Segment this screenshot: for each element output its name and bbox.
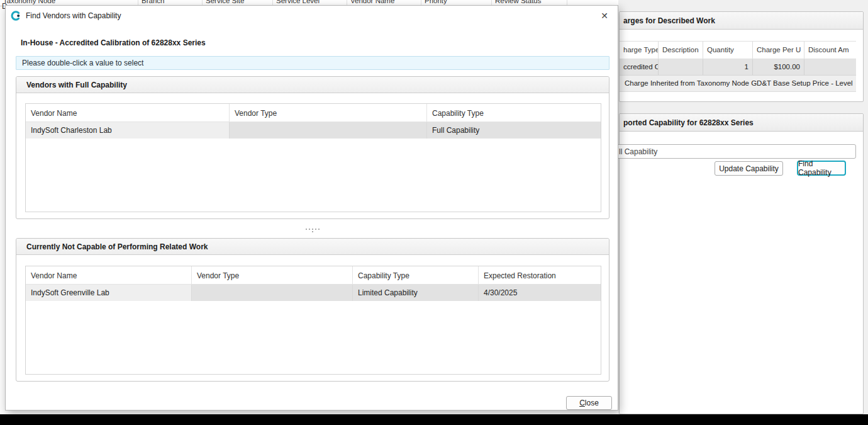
- charge-per-unit-cell: $100.00: [753, 59, 804, 75]
- column-header-vendor-type[interactable]: Vendor Type: [192, 266, 353, 284]
- dialog-titlebar[interactable]: Find Vendors with Capability ✕: [6, 6, 618, 26]
- capability-panel-header: ported Capability for 62828xx Series: [620, 114, 863, 132]
- not-capable-table-header: Vendor Name Vendor Type Capability Type …: [26, 266, 601, 285]
- charges-col-description[interactable]: Description: [659, 42, 703, 59]
- column-header-vendor-type[interactable]: Vendor Type: [230, 104, 427, 122]
- column-header-capability-type[interactable]: Capability Type: [427, 104, 601, 122]
- full-capability-groupbox-header: Vendors with Full Capability: [16, 77, 609, 93]
- charges-grid: harge Type Description Quantity Charge P…: [620, 41, 856, 92]
- close-icon[interactable]: ✕: [596, 8, 613, 23]
- app-icon: [11, 11, 21, 21]
- close-button[interactable]: Close: [566, 396, 612, 410]
- quantity-cell: 1: [703, 59, 753, 75]
- vendor-name-cell: IndySoft Greenville Lab: [26, 285, 192, 301]
- description-cell: [659, 59, 703, 75]
- taskbar: [0, 414, 868, 425]
- discount-cell: [804, 59, 856, 75]
- not-capable-groupbox: Currently Not Capable of Performing Rela…: [16, 238, 609, 382]
- full-capability-groupbox: Vendors with Full Capability Vendor Name…: [16, 76, 609, 219]
- find-capability-button[interactable]: Find Capability: [797, 161, 846, 176]
- charges-col-charge-per-unit[interactable]: Charge Per U: [753, 42, 804, 59]
- table-row[interactable]: IndySoft Greenville Lab Limited Capabili…: [26, 285, 601, 301]
- close-button-label: Close: [579, 399, 599, 407]
- vendor-type-cell: [230, 122, 427, 139]
- capability-type-cell: Limited Capability: [353, 285, 479, 301]
- table-row[interactable]: IndySoft Charleston Lab Full Capability: [26, 122, 601, 139]
- column-header-capability-type[interactable]: Capability Type: [353, 266, 479, 284]
- charges-grid-header-row: harge Type Description Quantity Charge P…: [620, 42, 856, 59]
- charge-type-cell: ccredited Ca: [620, 59, 659, 75]
- vendor-type-cell: [192, 285, 353, 301]
- column-header-expected-restoration[interactable]: Expected Restoration: [479, 266, 601, 284]
- full-capability-table-header: Vendor Name Vendor Type Capability Type: [26, 104, 601, 122]
- charges-panel-header: arges for Described Work: [620, 12, 863, 30]
- charges-col-discount[interactable]: Discount Am: [804, 42, 856, 59]
- not-capable-groupbox-header: Currently Not Capable of Performing Rela…: [16, 239, 609, 255]
- capability-input[interactable]: [615, 144, 856, 159]
- capability-type-cell: Full Capability: [427, 122, 601, 139]
- full-capability-table: Vendor Name Vendor Type Capability Type …: [25, 103, 601, 212]
- not-capable-table: Vendor Name Vendor Type Capability Type …: [25, 266, 601, 375]
- update-capability-button[interactable]: Update Capability: [715, 161, 783, 176]
- hint-text: Please double-click a value to select: [22, 59, 143, 67]
- find-vendors-dialog: Find Vendors with Capability ✕ In-House …: [5, 5, 618, 411]
- charges-row[interactable]: ccredited Ca 1 $100.00: [620, 59, 856, 76]
- hint-bar: Please double-click a value to select: [16, 56, 609, 70]
- dialog-title: Find Vendors with Capability: [26, 11, 121, 20]
- column-header-vendor-name[interactable]: Vendor Name: [26, 104, 230, 122]
- vendor-name-cell: IndySoft Charleston Lab: [26, 122, 230, 139]
- charges-panel: arges for Described Work harge Type Desc…: [619, 11, 864, 102]
- dialog-subtitle: In-House - Accredited Calibration of 628…: [21, 38, 206, 47]
- expected-restoration-cell: 4/30/2025: [479, 285, 601, 301]
- splitter-handle[interactable]: [305, 227, 320, 233]
- capability-panel: ported Capability for 62828xx Series Upd…: [619, 113, 864, 414]
- charges-col-charge-type[interactable]: harge Type: [620, 42, 659, 59]
- charge-inherited-note: Charge Inherited from Taxonomy Node GD&T…: [620, 76, 856, 92]
- charges-col-quantity[interactable]: Quantity: [703, 42, 753, 59]
- column-header-vendor-name[interactable]: Vendor Name: [26, 266, 192, 284]
